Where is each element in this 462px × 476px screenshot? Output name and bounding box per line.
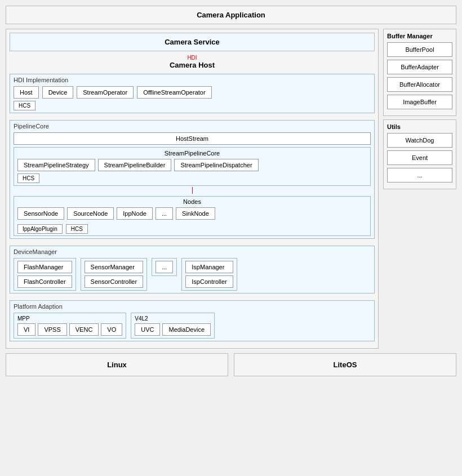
mpp-vi: VI	[17, 323, 35, 336]
pipeline-core-section: PipelineCore HostStream StreamPipelineCo…	[10, 120, 375, 239]
isp-manager-item: IspManager IspController	[181, 258, 237, 291]
spc-hcs-box: HCS	[17, 174, 39, 183]
spc-builder-box: StreamPipelineBuilder	[98, 159, 172, 171]
flash-manager-box: FlashManager	[17, 261, 72, 273]
device-manager-section: DeviceManager FlashManager FlashControll…	[10, 246, 375, 293]
sensor-manager-box: SensorManager	[85, 261, 144, 273]
app-title: Camera Application	[197, 11, 265, 19]
liteos-box: LiteOS	[234, 353, 456, 376]
left-area: Camera Service HDI Camera Host HDI Imple…	[6, 29, 379, 349]
v4l2-item: V4L2 UVC MediaDevice	[131, 313, 215, 339]
spc-boxes-row: StreamPipelineStrategy StreamPipelineBui…	[17, 159, 367, 171]
dm-ellipsis-item: ...	[152, 258, 177, 276]
mpp-vpss: VPSS	[38, 323, 66, 336]
connector-v1	[192, 187, 193, 194]
hdi-label: HDI	[10, 55, 375, 61]
v4l2-mediadevice: MediaDevice	[162, 323, 211, 336]
buffer-pool-box: BufferPool	[387, 42, 452, 57]
page-wrapper: Camera Application Camera Service HDI Ca…	[0, 0, 462, 382]
isp-controller-box: IspController	[185, 275, 233, 288]
device-manager-row: FlashManager FlashController SensorManag…	[14, 258, 371, 291]
buffer-manager-section: Buffer Manager BufferPool BufferAdapter …	[383, 29, 456, 116]
v4l2-boxes-row: UVC MediaDevice	[135, 323, 211, 336]
hdi-box-offlinestreamoperator: OfflineStreamOperator	[137, 86, 211, 99]
hdi-box-streamoperator: StreamOperator	[77, 86, 134, 99]
mpp-boxes-row: VI VPSS VENC VO	[17, 323, 122, 336]
mpp-label: MPP	[17, 315, 122, 322]
camera-service-bar: Camera Service	[10, 33, 375, 51]
host-stream-box: HostStream	[14, 132, 371, 145]
nodes-title: Nodes	[17, 198, 367, 205]
bottom-bar: Linux LiteOS	[6, 353, 456, 376]
spc-dispatcher-box: StreamPipelineDispatcher	[174, 159, 258, 171]
nodes-ipp-algo-box: IppAlgoPlugin	[17, 224, 63, 234]
pipeline-core-title: PipelineCore	[14, 123, 371, 130]
utils-ellipsis-box: ...	[387, 168, 452, 183]
utils-title: Utils	[387, 123, 452, 130]
hdi-box-device: Device	[42, 86, 74, 99]
node-source: SourceNode	[67, 207, 114, 220]
mpp-vo: VO	[101, 323, 122, 336]
v4l2-label: V4L2	[135, 315, 211, 322]
spc-strategy-box: StreamPipelineStrategy	[17, 159, 95, 171]
sensor-controller-box: SensorController	[85, 275, 144, 288]
mpp-item: MPP VI VPSS VENC VO	[14, 313, 126, 339]
platform-adaption-title: Platform Adaption	[14, 303, 371, 310]
buffer-manager-title: Buffer Manager	[387, 33, 452, 39]
hdi-implementation-section: HDI Implementation Host Device StreamOpe…	[10, 74, 375, 113]
hdi-boxes-row: Host Device StreamOperator OfflineStream…	[14, 86, 371, 99]
buffer-adapter-box: BufferAdapter	[387, 60, 452, 74]
camera-service-label: Camera Service	[165, 38, 220, 46]
node-ellipsis: ...	[156, 207, 173, 220]
device-manager-title: DeviceManager	[14, 248, 371, 255]
camera-host-label: Camera Host	[10, 61, 375, 69]
hdi-hcs-box: HCS	[14, 101, 35, 110]
camera-app-bar: Camera Application	[6, 6, 456, 24]
flash-manager-item: FlashManager FlashController	[14, 258, 76, 291]
platform-row: MPP VI VPSS VENC VO V4L2 UVC MediaDevice	[14, 313, 371, 339]
hdi-section-title: HDI Implementation	[14, 77, 371, 83]
v4l2-uvc: UVC	[135, 323, 160, 336]
platform-adaption-section: Platform Adaption MPP VI VPSS VENC VO V4…	[10, 300, 375, 341]
nodes-hcs-box: HCS	[66, 224, 88, 234]
linux-box: Linux	[6, 353, 228, 376]
main-content: Camera Service HDI Camera Host HDI Imple…	[6, 29, 456, 349]
node-sensor: SensorNode	[17, 207, 64, 220]
watchdog-box: WatchDog	[387, 133, 452, 148]
dm-ellipsis-box: ...	[156, 261, 173, 273]
node-sink: SinkNode	[176, 207, 215, 220]
flash-controller-box: FlashController	[17, 275, 72, 288]
mpp-venc: VENC	[69, 323, 99, 336]
buffer-allocator-box: BufferAllocator	[387, 77, 452, 92]
nodes-section: Nodes SensorNode SourceNode IppNode ... …	[14, 196, 371, 236]
right-sidebar: Buffer Manager BufferPool BufferAdapter …	[383, 29, 456, 349]
stream-pipeline-core-title: StreamPipelineCore	[17, 150, 367, 157]
event-box: Event	[387, 150, 452, 165]
isp-manager-box: IspManager	[185, 261, 233, 273]
image-buffer-box: ImageBuffer	[387, 95, 452, 109]
stream-pipeline-core-section: StreamPipelineCore StreamPipelineStrateg…	[14, 147, 371, 186]
sensor-manager-item: SensorManager SensorController	[81, 258, 148, 291]
nodes-boxes-row: SensorNode SourceNode IppNode ... SinkNo…	[17, 207, 367, 220]
utils-section: Utils WatchDog Event ...	[383, 119, 456, 189]
hdi-box-host: Host	[14, 86, 39, 99]
node-ipp: IppNode	[117, 207, 153, 220]
